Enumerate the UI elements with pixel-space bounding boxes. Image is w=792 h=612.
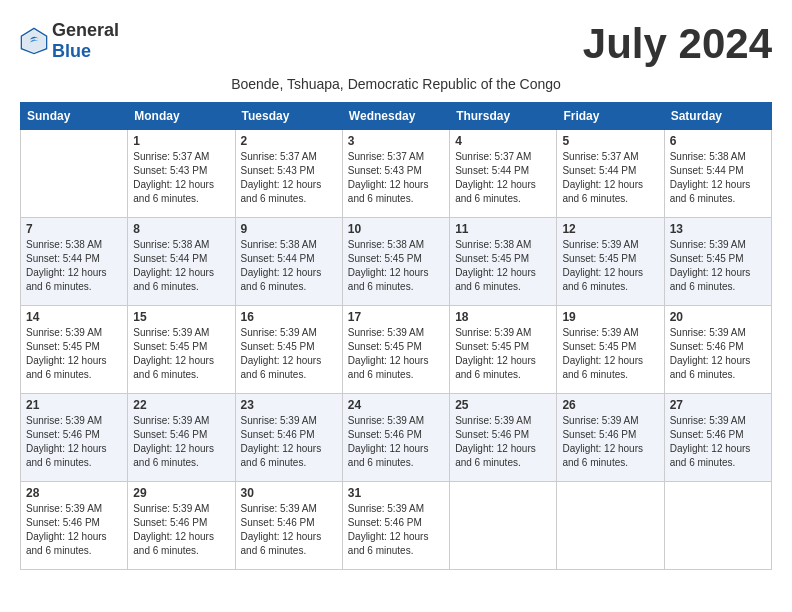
table-row: 18Sunrise: 5:39 AMSunset: 5:45 PMDayligh… xyxy=(450,306,557,394)
day-info: Sunrise: 5:38 AMSunset: 5:45 PMDaylight:… xyxy=(348,238,444,294)
day-info: Sunrise: 5:38 AMSunset: 5:44 PMDaylight:… xyxy=(670,150,766,206)
day-info: Sunrise: 5:39 AMSunset: 5:45 PMDaylight:… xyxy=(133,326,229,382)
day-info: Sunrise: 5:39 AMSunset: 5:46 PMDaylight:… xyxy=(133,414,229,470)
day-number: 19 xyxy=(562,310,658,324)
logo-text: General Blue xyxy=(52,20,119,62)
day-info: Sunrise: 5:38 AMSunset: 5:44 PMDaylight:… xyxy=(241,238,337,294)
calendar-week-row: 1Sunrise: 5:37 AMSunset: 5:43 PMDaylight… xyxy=(21,130,772,218)
table-row: 19Sunrise: 5:39 AMSunset: 5:45 PMDayligh… xyxy=(557,306,664,394)
day-number: 5 xyxy=(562,134,658,148)
table-row xyxy=(450,482,557,570)
table-row: 21Sunrise: 5:39 AMSunset: 5:46 PMDayligh… xyxy=(21,394,128,482)
day-number: 23 xyxy=(241,398,337,412)
table-row: 12Sunrise: 5:39 AMSunset: 5:45 PMDayligh… xyxy=(557,218,664,306)
day-info: Sunrise: 5:37 AMSunset: 5:43 PMDaylight:… xyxy=(348,150,444,206)
col-monday: Monday xyxy=(128,103,235,130)
day-number: 17 xyxy=(348,310,444,324)
day-info: Sunrise: 5:38 AMSunset: 5:44 PMDaylight:… xyxy=(26,238,122,294)
day-info: Sunrise: 5:39 AMSunset: 5:46 PMDaylight:… xyxy=(670,414,766,470)
day-number: 14 xyxy=(26,310,122,324)
day-info: Sunrise: 5:39 AMSunset: 5:45 PMDaylight:… xyxy=(455,326,551,382)
day-number: 27 xyxy=(670,398,766,412)
table-row: 15Sunrise: 5:39 AMSunset: 5:45 PMDayligh… xyxy=(128,306,235,394)
day-number: 30 xyxy=(241,486,337,500)
day-info: Sunrise: 5:39 AMSunset: 5:45 PMDaylight:… xyxy=(562,326,658,382)
table-row: 7Sunrise: 5:38 AMSunset: 5:44 PMDaylight… xyxy=(21,218,128,306)
day-info: Sunrise: 5:39 AMSunset: 5:46 PMDaylight:… xyxy=(26,414,122,470)
day-info: Sunrise: 5:39 AMSunset: 5:46 PMDaylight:… xyxy=(670,326,766,382)
table-row: 10Sunrise: 5:38 AMSunset: 5:45 PMDayligh… xyxy=(342,218,449,306)
day-info: Sunrise: 5:37 AMSunset: 5:44 PMDaylight:… xyxy=(455,150,551,206)
day-info: Sunrise: 5:37 AMSunset: 5:43 PMDaylight:… xyxy=(241,150,337,206)
day-info: Sunrise: 5:39 AMSunset: 5:45 PMDaylight:… xyxy=(670,238,766,294)
table-row xyxy=(664,482,771,570)
table-row: 22Sunrise: 5:39 AMSunset: 5:46 PMDayligh… xyxy=(128,394,235,482)
table-row: 13Sunrise: 5:39 AMSunset: 5:45 PMDayligh… xyxy=(664,218,771,306)
table-row: 9Sunrise: 5:38 AMSunset: 5:44 PMDaylight… xyxy=(235,218,342,306)
table-row: 25Sunrise: 5:39 AMSunset: 5:46 PMDayligh… xyxy=(450,394,557,482)
day-info: Sunrise: 5:39 AMSunset: 5:45 PMDaylight:… xyxy=(241,326,337,382)
day-info: Sunrise: 5:39 AMSunset: 5:45 PMDaylight:… xyxy=(562,238,658,294)
logo: General Blue xyxy=(20,20,119,62)
table-row: 29Sunrise: 5:39 AMSunset: 5:46 PMDayligh… xyxy=(128,482,235,570)
day-info: Sunrise: 5:39 AMSunset: 5:46 PMDaylight:… xyxy=(348,502,444,558)
day-number: 6 xyxy=(670,134,766,148)
day-number: 12 xyxy=(562,222,658,236)
calendar-week-row: 14Sunrise: 5:39 AMSunset: 5:45 PMDayligh… xyxy=(21,306,772,394)
calendar-week-row: 21Sunrise: 5:39 AMSunset: 5:46 PMDayligh… xyxy=(21,394,772,482)
logo-blue: Blue xyxy=(52,41,91,61)
col-sunday: Sunday xyxy=(21,103,128,130)
day-info: Sunrise: 5:39 AMSunset: 5:46 PMDaylight:… xyxy=(455,414,551,470)
day-info: Sunrise: 5:39 AMSunset: 5:45 PMDaylight:… xyxy=(348,326,444,382)
day-number: 26 xyxy=(562,398,658,412)
day-info: Sunrise: 5:39 AMSunset: 5:46 PMDaylight:… xyxy=(241,414,337,470)
day-number: 15 xyxy=(133,310,229,324)
table-row: 3Sunrise: 5:37 AMSunset: 5:43 PMDaylight… xyxy=(342,130,449,218)
table-row: 31Sunrise: 5:39 AMSunset: 5:46 PMDayligh… xyxy=(342,482,449,570)
day-number: 4 xyxy=(455,134,551,148)
day-info: Sunrise: 5:37 AMSunset: 5:43 PMDaylight:… xyxy=(133,150,229,206)
table-row: 5Sunrise: 5:37 AMSunset: 5:44 PMDaylight… xyxy=(557,130,664,218)
table-row: 6Sunrise: 5:38 AMSunset: 5:44 PMDaylight… xyxy=(664,130,771,218)
day-info: Sunrise: 5:39 AMSunset: 5:46 PMDaylight:… xyxy=(133,502,229,558)
day-number: 20 xyxy=(670,310,766,324)
day-number: 31 xyxy=(348,486,444,500)
day-number: 21 xyxy=(26,398,122,412)
day-number: 22 xyxy=(133,398,229,412)
month-year-title: July 2024 xyxy=(583,20,772,68)
day-number: 24 xyxy=(348,398,444,412)
table-row: 27Sunrise: 5:39 AMSunset: 5:46 PMDayligh… xyxy=(664,394,771,482)
day-number: 16 xyxy=(241,310,337,324)
col-thursday: Thursday xyxy=(450,103,557,130)
day-number: 10 xyxy=(348,222,444,236)
table-row xyxy=(21,130,128,218)
calendar-subtitle: Boende, Tshuapa, Democratic Republic of … xyxy=(20,76,772,92)
table-row: 28Sunrise: 5:39 AMSunset: 5:46 PMDayligh… xyxy=(21,482,128,570)
col-wednesday: Wednesday xyxy=(342,103,449,130)
col-saturday: Saturday xyxy=(664,103,771,130)
logo-general: General xyxy=(52,20,119,40)
day-number: 8 xyxy=(133,222,229,236)
day-number: 1 xyxy=(133,134,229,148)
day-info: Sunrise: 5:37 AMSunset: 5:44 PMDaylight:… xyxy=(562,150,658,206)
day-number: 28 xyxy=(26,486,122,500)
table-row: 17Sunrise: 5:39 AMSunset: 5:45 PMDayligh… xyxy=(342,306,449,394)
day-info: Sunrise: 5:39 AMSunset: 5:46 PMDaylight:… xyxy=(241,502,337,558)
table-row: 1Sunrise: 5:37 AMSunset: 5:43 PMDaylight… xyxy=(128,130,235,218)
table-row: 20Sunrise: 5:39 AMSunset: 5:46 PMDayligh… xyxy=(664,306,771,394)
table-row: 24Sunrise: 5:39 AMSunset: 5:46 PMDayligh… xyxy=(342,394,449,482)
logo-icon xyxy=(20,27,48,55)
day-number: 7 xyxy=(26,222,122,236)
table-row: 11Sunrise: 5:38 AMSunset: 5:45 PMDayligh… xyxy=(450,218,557,306)
table-row: 16Sunrise: 5:39 AMSunset: 5:45 PMDayligh… xyxy=(235,306,342,394)
day-info: Sunrise: 5:39 AMSunset: 5:45 PMDaylight:… xyxy=(26,326,122,382)
table-row: 30Sunrise: 5:39 AMSunset: 5:46 PMDayligh… xyxy=(235,482,342,570)
day-info: Sunrise: 5:39 AMSunset: 5:46 PMDaylight:… xyxy=(348,414,444,470)
table-row: 4Sunrise: 5:37 AMSunset: 5:44 PMDaylight… xyxy=(450,130,557,218)
day-number: 2 xyxy=(241,134,337,148)
table-row: 14Sunrise: 5:39 AMSunset: 5:45 PMDayligh… xyxy=(21,306,128,394)
day-number: 13 xyxy=(670,222,766,236)
table-row xyxy=(557,482,664,570)
day-number: 11 xyxy=(455,222,551,236)
calendar-header-row: Sunday Monday Tuesday Wednesday Thursday… xyxy=(21,103,772,130)
